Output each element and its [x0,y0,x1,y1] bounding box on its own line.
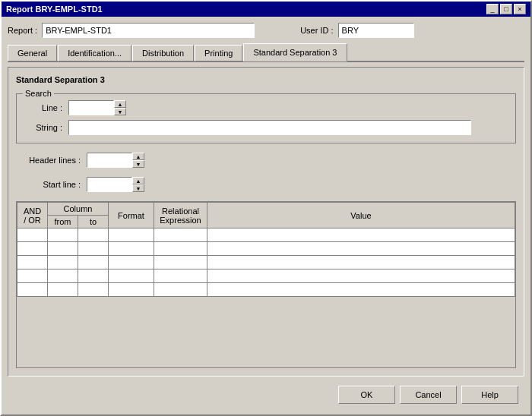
line-spin-buttons: ▲ ▼ [114,100,126,115]
userid-input[interactable] [338,23,414,38]
tab-general[interactable]: General [8,45,57,61]
cell-value[interactable] [207,242,515,256]
tab-identification[interactable]: Identification... [58,45,131,61]
cell-format[interactable] [109,283,154,297]
search-group-label: Search [23,89,54,98]
line-input[interactable] [68,100,114,115]
start-line-spin: ▲ ▼ [87,177,144,192]
report-row: Report : User ID : [8,23,524,38]
header-lines-label: Header lines : [24,156,81,165]
col-value: Value [207,203,515,228]
cell-format[interactable] [109,228,154,242]
userid-field: User ID : [300,23,413,38]
cell-expression[interactable] [154,242,207,256]
search-group: Search Line : ▲ ▼ String : [16,93,516,143]
cell-value[interactable] [207,269,515,283]
cell-to[interactable] [78,283,109,297]
tab-printing[interactable]: Printing [195,45,242,61]
cell-expression[interactable] [154,228,207,242]
bottom-bar: OK Cancel Help [8,381,524,408]
header-lines-spin-up[interactable]: ▲ [132,153,144,160]
window-title: Report BRY-EMPL-STD1 [6,5,103,14]
tab-distribution[interactable]: Distribution [132,45,194,61]
tab-standard-sep-3[interactable]: Standard Separation 3 [243,43,347,61]
header-lines-input[interactable] [87,153,132,168]
cell-format[interactable] [109,256,154,269]
cell-to[interactable] [78,242,109,256]
header-lines-row: Header lines : ▲ ▼ [24,153,508,168]
cell-expression[interactable] [154,256,207,269]
string-row: String : [24,120,508,135]
table-row [17,283,515,297]
cell-from[interactable] [48,242,78,256]
report-label: Report : [8,26,37,35]
line-spin: ▲ ▼ [68,100,126,115]
cell-and-or[interactable] [17,283,48,297]
start-line-spin-down[interactable]: ▼ [132,184,144,192]
line-label: Line : [24,103,62,112]
col-format: Format [109,203,154,228]
report-input[interactable] [42,23,255,38]
cell-from[interactable] [48,283,78,297]
header-lines-spin-down[interactable]: ▼ [132,160,144,168]
col-and-or: AND/ OR [17,203,48,228]
line-row: Line : ▲ ▼ [24,100,508,115]
help-button[interactable]: Help [461,386,518,404]
main-panel: Standard Separation 3 Search Line : ▲ ▼ … [8,67,524,377]
cell-from[interactable] [48,256,78,269]
cancel-button[interactable]: Cancel [400,386,457,404]
start-line-input[interactable] [87,177,132,192]
ok-button[interactable]: OK [338,386,395,404]
cell-and-or[interactable] [17,256,48,269]
table-row [17,256,515,269]
cell-to[interactable] [78,228,109,242]
cell-format[interactable] [109,242,154,256]
line-spin-down[interactable]: ▼ [114,108,126,115]
col-from: from [48,216,78,228]
window-content: Report : User ID : General Identificatio… [2,17,530,414]
start-line-row: Start line : ▲ ▼ [24,177,508,192]
panel-title: Standard Separation 3 [16,75,516,84]
cell-from[interactable] [48,269,78,283]
cell-and-or[interactable] [17,269,48,283]
header-lines-spin-buttons: ▲ ▼ [132,153,144,168]
data-table: AND/ OR Column Format RelationalExpressi… [17,202,515,297]
cell-value[interactable] [207,256,515,269]
data-table-container: AND/ OR Column Format RelationalExpressi… [16,201,516,368]
cell-value[interactable] [207,283,515,297]
cell-to[interactable] [78,269,109,283]
cell-and-or[interactable] [17,228,48,242]
string-input[interactable] [68,120,471,135]
string-label: String : [24,123,62,132]
cell-value[interactable] [207,228,515,242]
title-bar-buttons: _ □ × [486,4,526,14]
cell-expression[interactable] [154,283,207,297]
table-row [17,269,515,283]
cell-from[interactable] [48,228,78,242]
lines-section: Header lines : ▲ ▼ Start line : [16,150,516,195]
tab-bar: General Identification... Distribution P… [8,43,524,62]
cell-expression[interactable] [154,269,207,283]
col-column: Column [48,203,109,216]
close-button[interactable]: × [514,4,526,14]
userid-label: User ID : [300,26,333,35]
start-line-label: Start line : [24,180,81,189]
line-spin-up[interactable]: ▲ [114,100,126,108]
table-row [17,228,515,242]
title-bar: Report BRY-EMPL-STD1 _ □ × [2,2,530,17]
maximize-button[interactable]: □ [500,4,512,14]
table-row [17,242,515,256]
start-line-spin-up[interactable]: ▲ [132,177,144,184]
cell-format[interactable] [109,269,154,283]
header-lines-spin: ▲ ▼ [87,153,144,168]
col-relational: RelationalExpression [154,203,207,228]
col-to: to [78,216,109,228]
report-field: Report : [8,23,255,38]
start-line-spin-buttons: ▲ ▼ [132,177,144,192]
minimize-button[interactable]: _ [486,4,499,14]
cell-to[interactable] [78,256,109,269]
main-window: Report BRY-EMPL-STD1 _ □ × Report : User… [0,0,532,416]
cell-and-or[interactable] [17,242,48,256]
